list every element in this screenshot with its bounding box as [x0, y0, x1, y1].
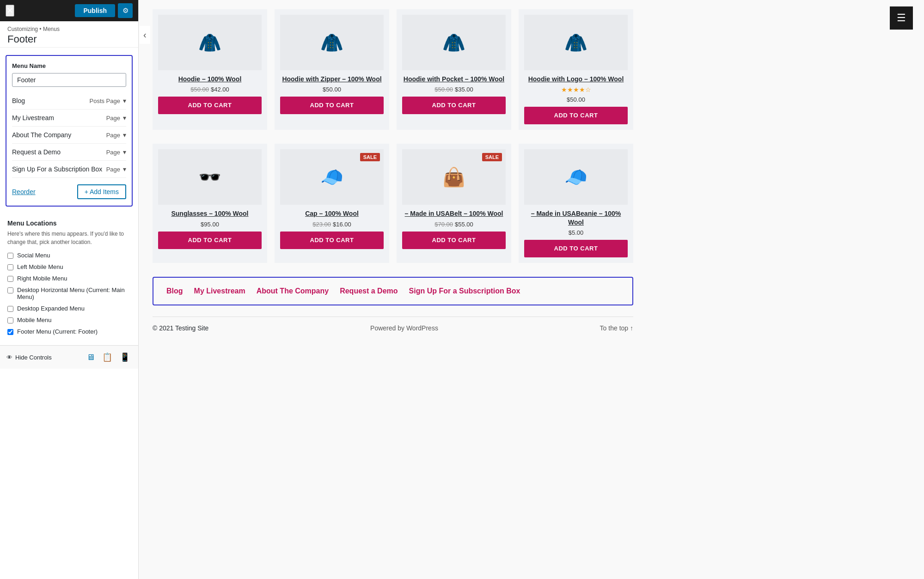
- location-checkbox[interactable]: [7, 329, 13, 335]
- hide-controls-button[interactable]: 👁 Hide Controls: [6, 354, 52, 361]
- publish-area: Publish ⚙: [75, 3, 133, 18]
- product-image: 🧥: [524, 15, 628, 70]
- left-panel: ✕ Publish ⚙ Customizing • Menus Footer M…: [0, 0, 139, 579]
- add-items-button[interactable]: + Add Items: [77, 184, 126, 199]
- location-checkbox[interactable]: [7, 276, 13, 282]
- product-name[interactable]: Sunglasses – 100% Wool: [158, 209, 262, 218]
- tablet-icon[interactable]: 📋: [100, 350, 114, 364]
- product-image: 👜SALE: [402, 149, 506, 205]
- location-checkbox[interactable]: [7, 253, 13, 259]
- menu-items-list: Blog Posts Page ▾ My Livestream Page ▾ A…: [12, 92, 126, 178]
- location-checkbox[interactable]: [7, 317, 13, 323]
- add-to-cart-button[interactable]: ADD TO CART: [402, 232, 506, 249]
- menu-item-name: Blog: [12, 97, 90, 104]
- reorder-button[interactable]: Reorder: [12, 188, 36, 195]
- price-current: $95.00: [201, 221, 219, 228]
- menu-item: Request a Demo Page ▾: [12, 144, 126, 161]
- gear-icon[interactable]: ⚙: [118, 3, 133, 18]
- product-card: 👜SALE– Made in USABelt – 100% Wool$70.00…: [397, 144, 511, 263]
- location-label: Social Menu: [17, 252, 50, 259]
- product-price: $50.00$42.00: [158, 86, 262, 93]
- menu-item: My Livestream Page ▾: [12, 110, 126, 127]
- menu-item: Sign Up For a Subscription Box Page ▾: [12, 161, 126, 178]
- add-to-cart-button[interactable]: ADD TO CART: [402, 97, 506, 114]
- product-card: 🧥Hoodie with Pocket – 100% Wool$50.00$35…: [397, 9, 511, 130]
- location-label: Left Mobile Menu: [17, 263, 63, 270]
- close-icon[interactable]: ✕: [6, 5, 14, 17]
- product-name[interactable]: Hoodie with Pocket – 100% Wool: [402, 75, 506, 83]
- product-name[interactable]: Cap – 100% Wool: [280, 209, 384, 218]
- product-name[interactable]: Hoodie – 100% Wool: [158, 75, 262, 83]
- add-to-cart-button[interactable]: ADD TO CART: [158, 232, 262, 249]
- to-top[interactable]: To the top ↑: [600, 324, 633, 332]
- menu-section: Menu Name Blog Posts Page ▾ My Livestrea…: [6, 55, 133, 207]
- footer-nav-link[interactable]: My Livestream: [194, 287, 245, 295]
- location-checkbox[interactable]: [7, 287, 13, 293]
- price-current: $50.00: [323, 86, 341, 93]
- breadcrumb: Customizing • Menus: [7, 26, 131, 32]
- copyright: © 2021 Testing Site: [153, 324, 208, 332]
- chevron-down-icon[interactable]: ▾: [123, 165, 126, 173]
- chevron-down-icon[interactable]: ▾: [123, 114, 126, 122]
- publish-button[interactable]: Publish: [75, 4, 115, 17]
- menu-item-type: Page: [106, 166, 120, 173]
- menu-item-type: Page: [106, 149, 120, 156]
- price-original: $23.00: [312, 221, 331, 228]
- menu-name-label: Menu Name: [12, 62, 126, 69]
- product-image: 🕶️: [158, 149, 262, 205]
- product-card: 🧢– Made in USABeanie – 100% Wool$5.00ADD…: [519, 144, 633, 263]
- chevron-down-icon[interactable]: ▾: [123, 148, 126, 156]
- product-name[interactable]: – Made in USABeanie – 100% Wool: [524, 209, 628, 226]
- back-button[interactable]: ‹: [140, 26, 150, 44]
- location-checkbox[interactable]: [7, 264, 13, 270]
- chevron-down-icon[interactable]: ▾: [123, 97, 126, 104]
- product-image: 🧢SALE: [280, 149, 384, 205]
- add-to-cart-button[interactable]: ADD TO CART: [280, 97, 384, 114]
- location-item: Footer Menu (Current: Footer): [7, 328, 131, 335]
- add-to-cart-button[interactable]: ADD TO CART: [158, 97, 262, 114]
- menu-item-name: About The Company: [12, 131, 106, 139]
- add-to-cart-button[interactable]: ADD TO CART: [524, 107, 628, 124]
- location-checkbox[interactable]: [7, 306, 13, 312]
- chevron-down-icon[interactable]: ▾: [123, 131, 126, 139]
- product-card: 🕶️Sunglasses – 100% Wool$95.00ADD TO CAR…: [153, 144, 267, 263]
- right-content: ☰ 🧥Hoodie – 100% Wool$50.00$42.00ADD TO …: [139, 0, 924, 579]
- menu-locations-title: Menu Locations: [7, 219, 131, 227]
- price-original: $70.00: [434, 221, 453, 228]
- product-name[interactable]: – Made in USABelt – 100% Wool: [402, 209, 506, 218]
- locations-list: Social MenuLeft Mobile MenuRight Mobile …: [7, 252, 131, 335]
- price-current: $35.00: [455, 86, 473, 93]
- hamburger-button[interactable]: ☰: [890, 6, 913, 30]
- product-name[interactable]: Hoodie with Zipper – 100% Wool: [280, 75, 384, 83]
- price-current: $55.00: [455, 221, 473, 228]
- footer-nav-link[interactable]: Sign Up For a Subscription Box: [409, 287, 520, 295]
- price-original: $50.00: [190, 86, 209, 93]
- footer-nav-link[interactable]: About The Company: [257, 287, 329, 295]
- footer-nav-preview: BlogMy LivestreamAbout The CompanyReques…: [153, 277, 633, 305]
- product-image: 🧥: [158, 15, 262, 70]
- footer-nav-link[interactable]: Blog: [166, 287, 183, 295]
- menu-name-input[interactable]: [12, 73, 126, 87]
- menu-item-name: Sign Up For a Subscription Box: [12, 165, 106, 173]
- product-card: 🧥Hoodie with Zipper – 100% Wool$50.00ADD…: [275, 9, 389, 130]
- preview-area: ☰ 🧥Hoodie – 100% Wool$50.00$42.00ADD TO …: [139, 0, 647, 348]
- menu-actions: Reorder + Add Items: [12, 184, 126, 199]
- product-name[interactable]: Hoodie with Logo – 100% Wool: [524, 75, 628, 83]
- add-to-cart-button[interactable]: ADD TO CART: [280, 232, 384, 249]
- desktop-icon[interactable]: 🖥: [85, 350, 97, 364]
- mobile-icon[interactable]: 📱: [118, 350, 132, 364]
- location-item: Desktop Horizontal Menu (Current: Main M…: [7, 286, 131, 300]
- product-card: 🧢SALECap – 100% Wool$23.00$16.00ADD TO C…: [275, 144, 389, 263]
- device-icons: 🖥 📋 📱: [85, 350, 132, 364]
- menu-item: About The Company Page ▾: [12, 127, 126, 144]
- price-current: $5.00: [569, 229, 584, 236]
- product-price: $5.00: [524, 229, 628, 236]
- menu-item: Blog Posts Page ▾: [12, 92, 126, 110]
- location-item: Left Mobile Menu: [7, 263, 131, 270]
- location-label: Desktop Horizontal Menu (Current: Main M…: [17, 286, 131, 300]
- location-label: Desktop Expanded Menu: [17, 305, 85, 312]
- price-current: $16.00: [333, 221, 351, 228]
- add-to-cart-button[interactable]: ADD TO CART: [524, 240, 628, 257]
- product-price: $50.00$35.00: [402, 86, 506, 93]
- footer-nav-link[interactable]: Request a Demo: [340, 287, 398, 295]
